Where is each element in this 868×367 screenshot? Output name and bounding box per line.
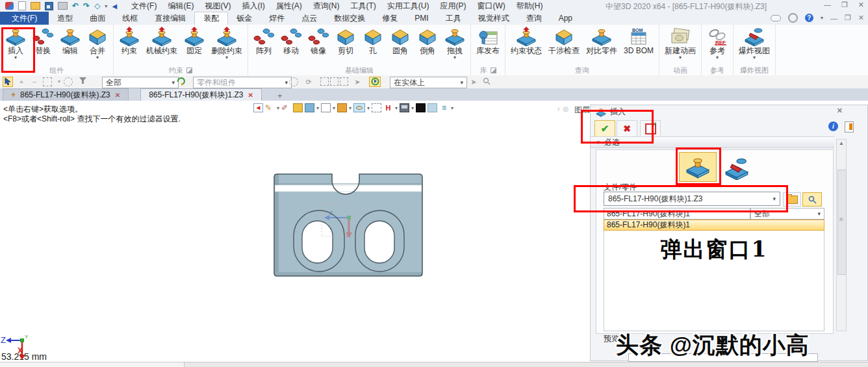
scroll-up-icon[interactable]: ▲ bbox=[837, 140, 846, 146]
menu-inquire[interactable]: 查询(N) bbox=[313, 1, 340, 12]
ribbon-tab-tools[interactable]: 工具 bbox=[437, 12, 470, 25]
eraser-icon[interactable]: ✐ bbox=[281, 103, 291, 112]
trim-button[interactable]: 剪切▾ bbox=[332, 26, 359, 62]
monitor-icon[interactable] bbox=[400, 103, 409, 112]
pick-mode-combo[interactable]: 在实体上 bbox=[390, 77, 467, 88]
new-file-icon[interactable] bbox=[18, 1, 26, 10]
menu-window[interactable]: 窗口(W) bbox=[477, 1, 505, 12]
speaker-icon[interactable]: ◀ bbox=[112, 3, 117, 10]
ok-button[interactable]: ✔ bbox=[594, 120, 615, 137]
replace-component-button[interactable]: 替换▾ bbox=[29, 26, 57, 62]
menu-edit[interactable]: 编辑(E) bbox=[168, 1, 194, 12]
hole-button[interactable]: 孔▾ bbox=[359, 26, 387, 62]
pattern-button[interactable]: 阵列▾ bbox=[250, 26, 277, 62]
tab-close-icon[interactable]: ✕ bbox=[248, 92, 253, 99]
print-icon[interactable] bbox=[58, 2, 68, 10]
delete-constraint-button[interactable]: 删除约束▾ bbox=[208, 26, 246, 62]
ribbon-tab-sheetmetal[interactable]: 钣金 bbox=[228, 12, 261, 25]
scope-filter-combo[interactable]: 全部 bbox=[102, 77, 179, 88]
part-3d-view[interactable]: Z X bbox=[262, 164, 428, 285]
ribbon-tab-inquire[interactable]: 查询 bbox=[518, 12, 550, 25]
merge-button[interactable]: 合并▾ bbox=[84, 26, 111, 62]
close-button[interactable]: ✕ bbox=[858, 1, 864, 9]
panel-scrollbar[interactable]: ▲ bbox=[836, 139, 847, 331]
minimize-button[interactable]: — bbox=[824, 1, 831, 9]
ribbon-tab-data-exchange[interactable]: 数据交换 bbox=[326, 12, 374, 25]
insert-multiple-mode-button[interactable] bbox=[718, 153, 756, 183]
shaded-display-icon[interactable] bbox=[305, 103, 314, 112]
entity-filter-combo[interactable]: 零件和组件 bbox=[193, 77, 292, 88]
menu-view[interactable]: 视图(V) bbox=[205, 1, 231, 12]
menu-tools[interactable]: 工具(T) bbox=[350, 1, 376, 12]
qat-caret-icon[interactable]: ▾ bbox=[105, 3, 107, 9]
exit-icon[interactable]: ◄ bbox=[253, 103, 263, 112]
entity-cycle-icon[interactable] bbox=[176, 77, 185, 86]
3d-bom-button[interactable]: 3D BOM▾ bbox=[620, 26, 657, 62]
add-selection-icon[interactable]: + bbox=[17, 77, 26, 86]
ribbon-tab-app[interactable]: App bbox=[550, 12, 581, 25]
part-list-selected-item[interactable]: 865-FL17-H90(拨料块)1 bbox=[604, 220, 824, 231]
cursor-mode-icon[interactable]: ➤ bbox=[353, 77, 362, 86]
library-publish-button[interactable]: 库发布▾ bbox=[473, 26, 503, 62]
filter-icon[interactable] bbox=[78, 77, 87, 86]
circle-select-icon[interactable] bbox=[289, 77, 298, 86]
ribbon-tab-surface[interactable]: 曲面 bbox=[81, 12, 114, 25]
select-arrow-icon[interactable]: ➤ bbox=[469, 77, 478, 86]
pick-style-icon[interactable] bbox=[369, 77, 381, 87]
save-icon[interactable] bbox=[45, 2, 53, 10]
cancel-button[interactable]: ✖ bbox=[617, 120, 637, 137]
ruler-icon[interactable]: H bbox=[383, 103, 393, 112]
paintbrush-icon[interactable]: ✎ bbox=[265, 103, 275, 112]
doc-close-button[interactable]: ✕ bbox=[858, 14, 864, 22]
undo-icon[interactable]: ↶ bbox=[72, 2, 79, 10]
orange-display-icon[interactable] bbox=[337, 103, 347, 112]
document-tab-2[interactable]: 865-FL17-H90(拨料块)1.Z3 ✕ bbox=[140, 88, 262, 101]
window-select-caret-icon[interactable]: ▾ bbox=[55, 77, 64, 86]
ribbon-tab-file[interactable]: 文件(F) bbox=[0, 12, 49, 25]
lasso-select-icon[interactable] bbox=[64, 77, 73, 86]
bounding-box-icon[interactable] bbox=[372, 103, 381, 112]
ribbon-tab-assembly[interactable]: 装配 bbox=[194, 12, 228, 25]
menu-applications[interactable]: 应用(P) bbox=[440, 1, 466, 12]
menu-utilities[interactable]: 实用工具(U) bbox=[387, 1, 429, 12]
ribbon-tab-direct-edit[interactable]: 直接编辑 bbox=[146, 12, 194, 25]
edit-component-button[interactable]: 编辑▾ bbox=[57, 26, 84, 62]
ribbon-tab-pointcloud[interactable]: 点云 bbox=[293, 12, 326, 25]
doc-minimize-button[interactable]: — bbox=[830, 14, 837, 22]
grid-snap-icon-2[interactable] bbox=[330, 77, 338, 86]
cloud-icon[interactable] bbox=[771, 15, 781, 21]
scrollbar-thumb[interactable] bbox=[837, 170, 847, 275]
blue-background-swatch[interactable] bbox=[428, 103, 437, 112]
window-select-icon[interactable] bbox=[43, 77, 52, 86]
dialog-launcher-icon[interactable] bbox=[491, 68, 496, 73]
exploded-view-button[interactable]: 爆炸视图▾ bbox=[735, 26, 773, 62]
fillet-button[interactable]: 圆角▾ bbox=[387, 26, 414, 62]
search-settings-icon[interactable] bbox=[482, 77, 491, 86]
pick-arrow-icon[interactable] bbox=[3, 77, 13, 87]
document-tab-1[interactable]: + 865-FL17-H90(拨料块).Z3 ✕ bbox=[3, 88, 129, 101]
help-icon[interactable]: ? bbox=[805, 14, 813, 22]
tab-close-icon[interactable]: ✕ bbox=[115, 92, 120, 99]
interference-check-button[interactable]: 干涉检查▾ bbox=[545, 26, 583, 62]
reference-button[interactable]: 参考▾ bbox=[704, 26, 731, 62]
brush-caret-icon[interactable]: ▾ bbox=[277, 105, 279, 111]
layers-icon[interactable]: ≡ bbox=[439, 103, 449, 112]
ribbon-tab-weldment[interactable]: 焊件 bbox=[261, 12, 293, 25]
help-caret-icon[interactable]: ▾ bbox=[821, 15, 823, 21]
file-part-combo[interactable]: 865-FL17-H90(拨料块)1.Z3 bbox=[604, 192, 780, 206]
dialog-launcher-icon[interactable] bbox=[186, 68, 192, 73]
rotate-select-icon[interactable]: ⟳ bbox=[304, 77, 313, 86]
chamfer-button[interactable]: 倒角▾ bbox=[414, 26, 441, 62]
black-background-swatch[interactable] bbox=[416, 103, 426, 112]
constraint-button[interactable]: 约束▾ bbox=[116, 26, 143, 62]
silhouette-display-icon[interactable] bbox=[353, 103, 365, 112]
fix-button[interactable]: 固定▾ bbox=[181, 26, 208, 62]
panel-close-icon[interactable]: ✕ bbox=[837, 107, 843, 115]
grid-snap-icon-1[interactable] bbox=[320, 77, 329, 86]
constraint-status-button[interactable]: 约束状态▾ bbox=[507, 26, 545, 62]
insert-component-mode-button[interactable] bbox=[679, 152, 717, 182]
menu-insert[interactable]: 插入(I) bbox=[242, 1, 264, 12]
mirror-button[interactable]: 镜像▾ bbox=[305, 26, 332, 62]
part-scope-combo[interactable]: 全部 bbox=[750, 208, 824, 220]
new-animation-button[interactable]: 新建动画▾ bbox=[661, 26, 699, 62]
